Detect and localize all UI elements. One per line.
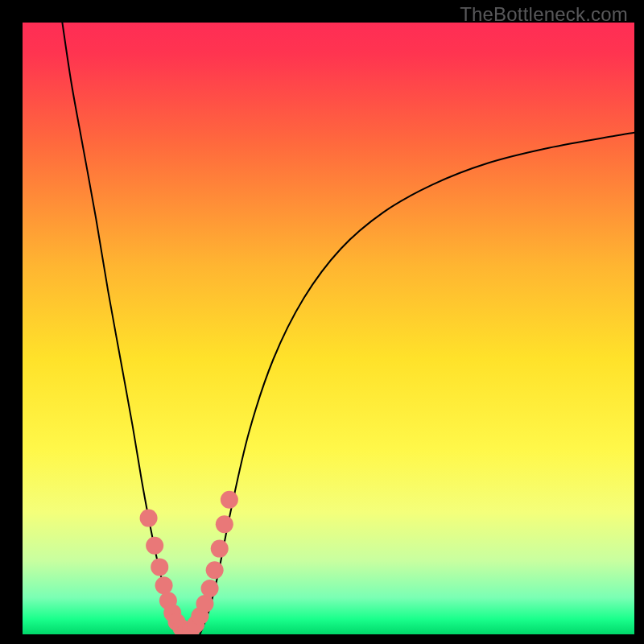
marker-dot bbox=[155, 576, 173, 594]
marker-dot bbox=[211, 540, 229, 558]
marker-dot bbox=[201, 580, 219, 597]
marker-dot bbox=[140, 510, 158, 527]
marker-dot bbox=[151, 558, 168, 576]
marker-dot bbox=[196, 595, 213, 613]
marker-dot bbox=[221, 491, 238, 509]
chart-container: TheBottleneck.com bbox=[0, 0, 644, 644]
watermark-label: TheBottleneck.com bbox=[460, 3, 628, 26]
marker-dot bbox=[216, 515, 233, 533]
chart-svg bbox=[23, 23, 634, 634]
marker-dot bbox=[206, 561, 224, 579]
marker-dot bbox=[146, 537, 163, 555]
plot-area bbox=[23, 23, 634, 634]
